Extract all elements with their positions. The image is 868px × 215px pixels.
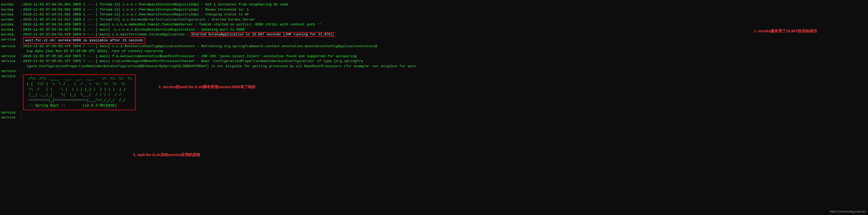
log-line-wait-for-it: service | wait-for-it.sh: eureka:8080 is… xyxy=(1,37,867,44)
annotation-eureka-started: 1. eureka服务用了15.867秒启动成功 xyxy=(754,29,817,33)
eureka-started-highlight: Started EurekaApplication in 15.867 seco… xyxy=(191,32,334,37)
log-content: 2019-11-03 07:05:02.437 INFO 7 --- [ mai… xyxy=(23,59,363,64)
log-line-service-empty-1: service | xyxy=(1,69,867,74)
url-bar: https://vinchen.blog.csdn.net xyxy=(830,210,865,213)
service-label: service xyxy=(1,64,20,69)
log-content: 2019-11-03 07:05:00.478 INFO 7 --- [ mai… xyxy=(23,44,377,49)
log-content: 2019-11-03 07:04:54.802 INFO 1 --- [ Thr… xyxy=(23,7,249,12)
annotation-spring-boot-start: 3. wait-for-it.sh启动service应用的进程 xyxy=(133,153,200,157)
spring-ascii-line-4: |__| .__|_| \| |_| \___/ / / / / / / xyxy=(27,92,132,98)
log-line-12-indent: service | igure.ConfigurationPropertiesR… xyxy=(1,64,867,69)
log-content-indent: igure.ConfigurationPropertiesRebinderAut… xyxy=(23,64,416,69)
service-label: eureka xyxy=(1,17,20,22)
spring-ascii-line-2: ( ( \\/ ) \ \ / . | / _ \ \\ \\ \\ \\ xyxy=(27,81,132,87)
log-content-indent: tup date [Sun Nov 03 07:05:00 UTC 2019];… xyxy=(23,49,163,54)
log-line-service-empty-2: service | xyxy=(1,110,867,115)
log-line-4: eureka | 2019-11-03 07:04:54.811 INFO 1 … xyxy=(1,17,867,22)
log-line-2: eureka | 2019-11-03 07:04:54.802 INFO 1 … xyxy=(1,7,867,12)
wait-for-it-box: wait-for-it.sh: eureka:8080 is available… xyxy=(23,37,145,44)
spring-boot-ascii-box: /\\ /\\ ____ .__. __. ___ \\ \\ \\ \\ ( … xyxy=(23,74,135,110)
service-label: service xyxy=(1,49,20,54)
service-label: service xyxy=(1,54,20,59)
log-content: 2019-11-03 07:04:54.802 INFO 1 --- [ Thr… xyxy=(23,12,249,17)
service-label: service xyxy=(1,110,20,115)
log-content: 2019-11-03 07:05:02.410 INFO 7 --- [ mai… xyxy=(23,54,356,59)
log-content: 2019-11-03 07:04:54.827 INFO 1 --- [ mai… xyxy=(23,27,245,32)
log-line-10: service | 2019-11-03 07:05:02.410 INFO 7… xyxy=(1,54,867,59)
spring-ascii-line-6: :: Spring Boot :: (v2.0.3.RELEASE) xyxy=(27,103,132,108)
log-line-9-indent: service | tup date [Sun Nov 03 07:05:00 … xyxy=(1,49,867,54)
annotation-wait-for-it: 2. service的wait-for-it.sh脚本发现eureka:8080… xyxy=(158,85,256,89)
service-label: eureka xyxy=(1,32,20,37)
service-label-service: service xyxy=(1,37,20,44)
spring-boot-box-container: service | /\\ /\\ ____ .__. __. ___ \\ \… xyxy=(1,74,867,110)
terminal-window: eureka | 2019-11-03 07:04:54.801 INFO 1 … xyxy=(0,0,868,215)
spring-ascii-line-3: \\ / | | \ | | | | (_) | ) ) ) ) ) ) xyxy=(27,87,132,92)
log-line-11: service | 2019-11-03 07:05:02.437 INFO 7… xyxy=(1,59,867,64)
log-line-1: eureka | 2019-11-03 07:04:54.801 INFO 1 … xyxy=(1,2,867,7)
log-line-8: service | 2019-11-03 07:05:00.478 INFO 7… xyxy=(1,44,867,49)
log-content: 2019-11-03 07:04:54.826 INFO 1 --- [ mai… xyxy=(23,22,321,27)
service-label: eureka xyxy=(1,2,20,7)
log-line-service-empty-3: service | xyxy=(1,115,867,120)
service-label: service xyxy=(1,44,20,49)
service-label: service xyxy=(1,74,20,79)
log-line-eureka-started: eureka | 2019-11-03 07:04:54.829 INFO 1 … xyxy=(1,32,867,37)
service-label: service xyxy=(1,115,20,120)
service-label: eureka xyxy=(1,12,20,17)
service-label: service xyxy=(1,59,20,64)
spring-ascii-line-1: /\\ /\\ ____ .__. __. ___ \\ \\ \\ \\ xyxy=(27,76,132,81)
log-line-5: eureka | 2019-11-03 07:04:54.826 INFO 1 … xyxy=(1,22,867,27)
log-content: 2019-11-03 07:04:54.829 INFO 1 --- [ mai… xyxy=(23,32,334,37)
log-line-3: eureka | 2019-11-03 07:04:54.802 INFO 1 … xyxy=(1,12,867,17)
service-label: service xyxy=(1,69,20,74)
service-label: eureka xyxy=(1,7,20,12)
log-content: 2019-11-03 07:04:54.801 INFO 1 --- [ Thr… xyxy=(23,2,288,7)
service-label: eureka xyxy=(1,27,20,32)
log-line-6: eureka | 2019-11-03 07:04:54.827 INFO 1 … xyxy=(1,27,867,32)
log-content: wait-for-it.sh: eureka:8080 is available… xyxy=(23,37,145,44)
spring-ascii-line-5: =========|_|===============|___/=/_/_/_/… xyxy=(27,98,132,103)
log-content: 2019-11-03 07:04:54.811 INFO 1 --- [ Thr… xyxy=(23,17,255,22)
service-label: eureka xyxy=(1,22,20,27)
